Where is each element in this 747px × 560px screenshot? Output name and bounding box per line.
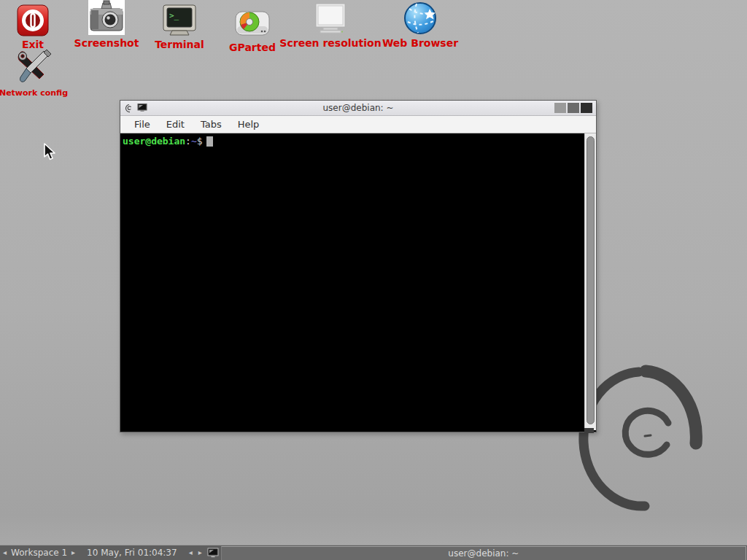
close-button[interactable] [581, 103, 592, 113]
workspace-prev-arrow[interactable]: ◂ [0, 545, 9, 560]
prompt-separator: : [185, 136, 191, 147]
desktop-icon-screen-resolution[interactable]: Screen resolution [283, 0, 378, 49]
window-title: user@debian: ~ [120, 103, 596, 113]
minimize-button[interactable] [554, 103, 566, 113]
workspace-next-arrow[interactable]: ▸ [69, 545, 78, 560]
shell-prompt: user@debian:~$ [123, 136, 213, 147]
desktop-icon-web-browser[interactable]: Web Browser [373, 0, 468, 49]
workspace-label[interactable]: Workspace 1 [9, 548, 69, 558]
menu-tabs[interactable]: Tabs [194, 117, 228, 131]
tools-icon [15, 48, 53, 86]
menu-file[interactable]: File [128, 117, 157, 131]
menu-help[interactable]: Help [231, 117, 266, 131]
svg-text:>_: >_ [169, 11, 179, 20]
taskbar: ◂ Workspace 1 ▸ 10 May, Fri 01:04:37 ◂ ▸… [0, 545, 747, 560]
desktop-icon-label: Screen resolution [279, 37, 381, 49]
desktop-icon-label: Screenshot [74, 37, 139, 49]
gparted-icon [234, 4, 271, 39]
terminal-screen[interactable]: user@debian:~$ [120, 133, 596, 430]
task-button-label: user@debian: ~ [448, 548, 519, 559]
terminal-icon: >_ [162, 1, 197, 36]
terminal-window: user@debian: ~ File Edit Tabs Help user@… [120, 100, 597, 432]
scrollbar-thumb[interactable] [587, 136, 595, 424]
terminal-menubar: File Edit Tabs Help [120, 116, 596, 133]
prompt-path: ~ [191, 136, 197, 147]
terminal-cursor [206, 136, 213, 147]
desktop-icon-label: Web Browser [382, 37, 458, 49]
tasklist-monitor-icon[interactable] [205, 548, 221, 558]
taskbar-task-button[interactable]: user@debian: ~ [221, 546, 746, 560]
window-resize-grip[interactable] [584, 428, 594, 433]
desktop: Exit Screenshot >_ [0, 0, 747, 560]
terminal-scrollbar[interactable] [584, 133, 596, 430]
window-titlebar[interactable]: user@debian: ~ [120, 101, 596, 116]
taskbar-clock: 10 May, Fri 01:04:37 [78, 548, 186, 558]
prompt-user: user@debian [123, 136, 185, 147]
mouse-cursor [42, 143, 57, 162]
tasklist-next-arrow[interactable]: ▸ [196, 545, 205, 560]
maximize-button[interactable] [568, 103, 579, 113]
menu-edit[interactable]: Edit [160, 117, 191, 131]
camera-icon [88, 0, 125, 35]
desktop-icon-network-config[interactable]: Network config [0, 48, 81, 98]
globe-icon [402, 0, 438, 35]
desktop-icon-label: Network config [0, 88, 68, 98]
desktop-icon-label: Terminal [155, 39, 204, 50]
tasklist-prev-arrow[interactable]: ◂ [186, 545, 196, 560]
exit-icon [17, 1, 49, 36]
monitor-icon [313, 0, 348, 35]
prompt-symbol: $ [197, 136, 203, 147]
desktop-icon-label: GParted [229, 42, 276, 53]
